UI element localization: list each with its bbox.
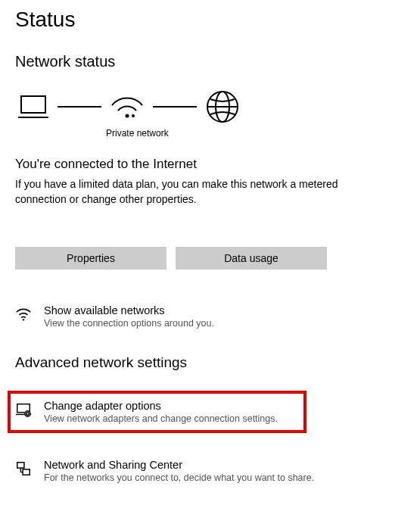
network-sharing-center-item[interactable]: Network and Sharing Center For the netwo… [15,454,405,488]
adapter-icon [15,401,32,418]
sharing-center-desc: For the networks you connect to, decide … [44,472,314,483]
show-available-networks-item[interactable]: Show available networks View the connect… [15,300,405,333]
change-adapter-options-item[interactable]: Change adapter options View network adap… [8,391,306,433]
network-status-heading: Network status [15,53,405,70]
svg-point-7 [23,319,24,320]
wifi-icon [110,93,144,120]
connected-heading: You're connected to the Internet [15,157,405,172]
show-available-desc: View the connection options around you. [44,318,214,329]
svg-rect-12 [17,462,24,467]
network-share-icon [15,460,32,477]
button-row: Properties Data usage [15,247,405,270]
private-network-label: Private network [106,128,405,139]
svg-point-2 [126,114,129,118]
connection-line [58,106,101,108]
change-adapter-desc: View network adapters and change connect… [44,413,278,424]
connected-description: If you have a limited data plan, you can… [15,176,363,207]
sharing-center-title: Network and Sharing Center [44,459,314,471]
network-status-diagram [18,90,405,123]
wifi-icon [15,306,32,323]
globe-icon [206,90,239,123]
svg-point-3 [132,114,135,117]
svg-rect-0 [21,96,45,113]
page-title: Status [15,8,405,32]
advanced-settings-heading: Advanced network settings [15,354,405,371]
svg-rect-13 [23,469,30,475]
data-usage-button[interactable]: Data usage [176,247,327,270]
change-adapter-title: Change adapter options [44,400,278,412]
connection-line [153,106,197,108]
properties-button[interactable]: Properties [15,247,166,270]
show-available-title: Show available networks [44,304,214,316]
computer-icon [18,93,48,120]
